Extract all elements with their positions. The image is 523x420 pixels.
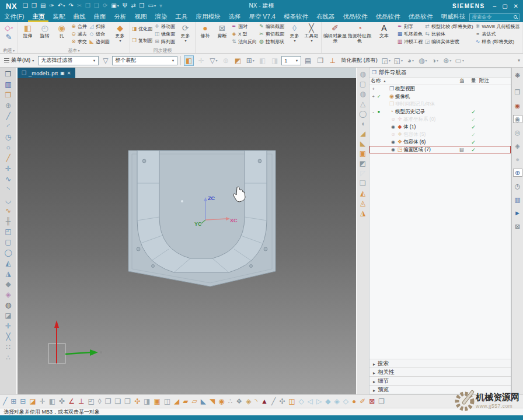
manufacturing-wizard-icon[interactable]: ► bbox=[513, 209, 522, 217]
count-select[interactable]: 1 bbox=[281, 56, 301, 65]
roles-gear-icon[interactable]: ❋ bbox=[513, 71, 522, 79]
sheet-small4-icon[interactable]: ◆ bbox=[325, 398, 330, 405]
work-part-icon[interactable]: ◩ bbox=[233, 55, 243, 66]
face-pair-button[interactable]: ✒面对 bbox=[231, 23, 257, 30]
cone-primitive-icon[interactable]: △ bbox=[360, 100, 365, 107]
visibility-eye-icon[interactable]: ◉ bbox=[390, 124, 396, 130]
engrave-button[interactable]: ✒刻字 bbox=[397, 23, 423, 30]
menu-tab[interactable]: 工具 bbox=[171, 12, 191, 22]
sheet-small6-icon[interactable]: ◇ bbox=[343, 398, 348, 405]
ball-tool-icon[interactable]: ● bbox=[352, 398, 356, 405]
edge-blend-button[interactable]: ◣边倒圆 bbox=[89, 38, 110, 46]
window-tool-icon[interactable]: ❒ bbox=[378, 398, 385, 405]
pocket-icon[interactable]: ◫ bbox=[288, 398, 295, 405]
reverse-normal-button[interactable]: ⇅法向反向 bbox=[231, 38, 257, 46]
layer-settings-icon[interactable]: ⊛ bbox=[442, 55, 452, 66]
window-add-icon[interactable]: ⊞ bbox=[11, 398, 16, 405]
cut-icon[interactable]: ✂ bbox=[77, 3, 82, 9]
robot-icon[interactable]: ❖ bbox=[236, 398, 242, 405]
window-edit-icon[interactable]: ▤ bbox=[303, 55, 313, 66]
filter-funnel-icon[interactable]: ▽ bbox=[100, 55, 110, 66]
render-style-icon[interactable]: ◕ bbox=[406, 55, 416, 66]
cylinder-tool-icon[interactable]: ⊕ bbox=[3, 102, 13, 110]
patch-button[interactable]: ●修补 bbox=[197, 23, 214, 38]
touch-mode-icon[interactable]: ⇄ bbox=[131, 3, 135, 9]
arc-tool-icon[interactable]: ◜ bbox=[3, 123, 13, 131]
window-layout-icon[interactable]: ▭ bbox=[148, 3, 156, 9]
x-form-button[interactable]: ◈X 型 bbox=[231, 30, 257, 38]
navigator-section-details[interactable]: 细节 bbox=[369, 376, 511, 385]
menu-tab[interactable]: 分析 bbox=[110, 12, 130, 22]
navigator-section-dependencies[interactable]: 相关性 bbox=[369, 368, 511, 376]
menu-tab[interactable]: 选择 bbox=[224, 12, 245, 22]
format-icon[interactable]: ✑ bbox=[49, 3, 54, 9]
grid-snap-icon[interactable]: ⊞ bbox=[245, 55, 255, 66]
voice-command-icon[interactable]: Ψ bbox=[123, 3, 127, 9]
menu-tab[interactable]: 明威科技 bbox=[437, 12, 469, 22]
layer-tool-icon[interactable]: ▥ bbox=[3, 80, 13, 89]
model-compare-button[interactable]: ⇄模型比较 (即将失效) bbox=[424, 23, 473, 30]
column-note[interactable]: 附注 bbox=[479, 78, 510, 85]
face-blend-icon[interactable]: ◈ bbox=[3, 290, 13, 299]
blue-wedge-icon[interactable]: ◣ bbox=[201, 398, 206, 405]
close-button[interactable]: ✕ bbox=[514, 3, 518, 9]
capture-icon[interactable]: ▣ bbox=[111, 3, 118, 9]
zoom-window-icon[interactable]: ◲ bbox=[381, 55, 391, 66]
brush-tool-icon[interactable]: ✐ bbox=[360, 398, 365, 405]
expand-icon[interactable]: - bbox=[371, 109, 376, 114]
ghost-solid2-icon[interactable]: ◨ bbox=[270, 55, 280, 66]
menu-tab[interactable]: 装配 bbox=[48, 12, 69, 22]
u-curve-tool-icon[interactable]: ◡ bbox=[3, 196, 13, 204]
half-solid-icon[interactable]: ◖ bbox=[361, 120, 365, 127]
reuse-library-icon[interactable]: ◎ bbox=[513, 128, 522, 136]
sphere-tool-icon[interactable]: ◉ bbox=[218, 398, 224, 405]
move-face-button[interactable]: ✛移动面 bbox=[154, 23, 175, 30]
intersect-button[interactable]: ⊗求交 bbox=[71, 38, 87, 46]
new-file-icon[interactable]: ❏ bbox=[23, 3, 28, 9]
repeat-command-icon[interactable]: ⟳ bbox=[103, 3, 107, 9]
sweep-button[interactable]: ◿扫掠 bbox=[89, 23, 110, 30]
view-more-button[interactable]: ◊更多 bbox=[286, 23, 303, 43]
feature-group-icon[interactable]: ❒ bbox=[124, 398, 131, 405]
column-name[interactable]: 名称 bbox=[371, 78, 381, 85]
sew-button[interactable]: ◇缝合 bbox=[89, 30, 110, 38]
move-object-icon[interactable]: ✜ bbox=[59, 398, 65, 405]
history-icon[interactable]: ◷ bbox=[513, 182, 522, 190]
tree-row-non-timestamp-geometry[interactable]: ❒ 非时间戳记几何体 bbox=[369, 100, 511, 108]
corner-sheet-icon[interactable]: ◥ bbox=[210, 398, 215, 405]
compare-body-button[interactable]: ⇆比较体 bbox=[424, 30, 473, 38]
paste-icon[interactable]: ❑ bbox=[94, 3, 99, 9]
save-icon[interactable]: ▤ bbox=[40, 3, 46, 9]
paste-feature-icon[interactable]: ❏ bbox=[114, 398, 121, 405]
sheet-corner-icon[interactable]: ◸ bbox=[360, 170, 365, 177]
offset-curve-icon[interactable]: ◯ bbox=[3, 249, 13, 257]
tree-row-bounding-body-6[interactable]: ◉ ❖ 包容体 (6) ✓ bbox=[369, 138, 511, 146]
project-curve-icon[interactable]: ◰ bbox=[3, 228, 13, 236]
qat-overflow-icon[interactable]: ▾ bbox=[159, 3, 162, 9]
expand-icon[interactable]: + bbox=[371, 86, 376, 92]
dark-surface-icon[interactable]: ◍ bbox=[3, 301, 13, 309]
extrude-button[interactable]: ◧拉伸 bbox=[19, 23, 36, 38]
face-label-icon[interactable]: ◪ bbox=[29, 398, 36, 405]
studio-spline-icon[interactable]: ∿ bbox=[3, 206, 13, 215]
pattern-face-button[interactable]: ⊞阵列面 bbox=[154, 38, 175, 46]
fan-surface-icon[interactable]: ◝ bbox=[254, 398, 257, 405]
tab-pin-icon[interactable]: ▣ bbox=[60, 71, 65, 76]
snap-point-icon[interactable]: ✛ bbox=[196, 55, 206, 66]
clover-pattern-icon[interactable]: ✣ bbox=[279, 398, 285, 405]
angle-measure-icon[interactable]: ∠ bbox=[68, 398, 75, 405]
copy-face-button[interactable]: ❐复制面 bbox=[131, 34, 152, 46]
document-tab[interactable]: ❒ _model1.prt ▣ ✕ bbox=[18, 68, 75, 78]
tree-row-cameras[interactable]: + ✓ ◉ 摄像机 bbox=[369, 93, 511, 100]
column-quantity[interactable]: 量 bbox=[468, 78, 479, 85]
navigator-column-header[interactable]: 名称▲ 当 量 附注 bbox=[369, 78, 511, 85]
gray-solid-icon[interactable]: ◨ bbox=[144, 398, 150, 405]
snap-center-icon[interactable]: ⊕ bbox=[221, 55, 231, 66]
cylinder-primitive-icon[interactable]: ◍ bbox=[360, 71, 365, 78]
menu-tab[interactable]: 优品软件 bbox=[339, 12, 371, 22]
tree-row-model-history[interactable]: - ● ◔ 模型历史记录 ✓ bbox=[369, 108, 511, 116]
tree-row-datum-csys[interactable]: ⊘ ✛ 基准坐标系 (0) ✓ bbox=[369, 116, 511, 123]
swept-surface-icon[interactable]: ◮ bbox=[3, 270, 13, 278]
menu-tab[interactable]: 优品软件 bbox=[371, 12, 404, 22]
revolve-button[interactable]: ◴旋转 bbox=[36, 23, 53, 38]
